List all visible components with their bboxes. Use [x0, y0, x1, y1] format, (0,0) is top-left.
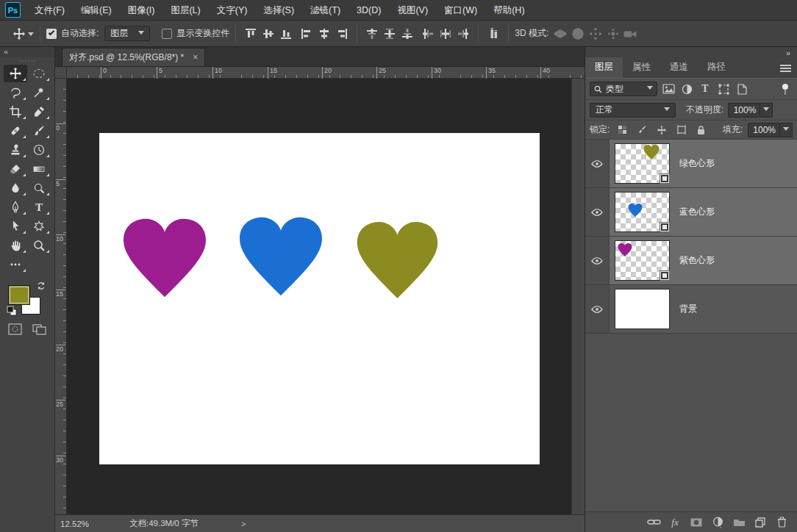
layer-row-background[interactable]: 背景	[585, 285, 797, 334]
ruler-origin-corner[interactable]	[55, 67, 67, 79]
vertical-ruler[interactable]: 0 5 10 15 20 25 30	[55, 79, 67, 514]
blue-heart[interactable]	[240, 215, 322, 298]
layer-style-fx-icon[interactable]: fx	[668, 515, 682, 530]
menu-3d[interactable]: 3D(D)	[349, 0, 389, 21]
distribute-right-edges-icon[interactable]	[454, 25, 472, 43]
filter-shape-layers-icon[interactable]	[716, 82, 731, 96]
default-colors-icon[interactable]	[7, 306, 17, 316]
show-transform-checkbox[interactable]	[162, 29, 172, 39]
close-tab-icon[interactable]: ×	[193, 52, 198, 62]
tools-grip[interactable]	[0, 57, 54, 65]
distribute-vertical-centers-icon[interactable]	[381, 25, 398, 43]
zoom-level-field[interactable]: 12.52%	[60, 520, 113, 528]
auto-select-checkbox[interactable]	[46, 29, 57, 39]
auto-align-layers-icon[interactable]	[485, 25, 502, 43]
menu-edit[interactable]: 编辑(E)	[73, 0, 120, 21]
filter-toggle-icon[interactable]	[778, 82, 793, 96]
document-tab[interactable]: 对齐.psd @ 12.5%(RGB/8*) * ×	[62, 48, 205, 66]
history-brush-tool[interactable]	[27, 141, 51, 159]
collapse-tools-button[interactable]: «	[0, 47, 54, 57]
path-selection-tool[interactable]	[4, 218, 27, 235]
quick-selection-tool[interactable]	[27, 84, 51, 101]
layer-name[interactable]: 绿色心形	[679, 157, 715, 170]
layer-thumbnail[interactable]	[615, 289, 670, 329]
menu-filter[interactable]: 滤镜(T)	[302, 0, 349, 21]
layer-row-green-heart[interactable]: 绿色心形	[585, 140, 797, 188]
layer-row-blue-heart[interactable]: 蓝色心形	[585, 188, 797, 237]
align-top-edges-icon[interactable]	[242, 25, 260, 43]
dodge-tool[interactable]	[27, 179, 51, 197]
visibility-eye-icon[interactable]	[585, 285, 610, 333]
brush-tool[interactable]	[27, 122, 51, 140]
new-group-icon[interactable]	[732, 515, 746, 530]
status-options-chevron[interactable]: >	[241, 520, 246, 528]
lock-artboard-icon[interactable]	[674, 123, 689, 137]
purple-heart[interactable]	[124, 218, 206, 298]
hand-tool[interactable]	[4, 237, 27, 254]
filter-smart-objects-icon[interactable]	[735, 82, 749, 96]
lock-position-icon[interactable]	[654, 123, 669, 137]
align-horizontal-centers-icon[interactable]	[315, 25, 333, 43]
quick-mask-icon[interactable]	[8, 323, 22, 335]
tab-paths[interactable]: 路径	[698, 57, 735, 78]
green-heart[interactable]	[356, 222, 439, 298]
auto-select-target-dropdown[interactable]: 图层	[104, 26, 150, 41]
distribute-top-edges-icon[interactable]	[363, 25, 381, 43]
crop-tool[interactable]	[4, 103, 27, 121]
eyedropper-tool[interactable]	[27, 103, 51, 121]
zoom-tool[interactable]	[27, 237, 51, 254]
opacity-value[interactable]: 100%	[728, 103, 760, 118]
edit-toolbar-ellipsis[interactable]	[4, 256, 27, 273]
lock-transparent-pixels-icon[interactable]	[615, 123, 629, 137]
blend-mode-dropdown[interactable]: 正常	[590, 103, 676, 118]
menu-select[interactable]: 选择(S)	[255, 0, 302, 21]
menu-layer[interactable]: 图层(L)	[162, 0, 208, 21]
align-bottom-edges-icon[interactable]	[277, 25, 295, 43]
type-tool[interactable]: T	[27, 198, 51, 216]
tab-properties[interactable]: 属性	[623, 57, 660, 78]
horizontal-ruler[interactable]: 0 5 10 15 20 25 30 35 40	[67, 67, 585, 79]
menu-window[interactable]: 窗口(W)	[436, 0, 485, 21]
collapse-panels-button[interactable]: »	[786, 48, 790, 57]
blur-tool[interactable]	[4, 179, 27, 197]
visibility-eye-icon[interactable]	[585, 188, 610, 236]
menu-file[interactable]: 文件(F)	[26, 0, 73, 21]
filter-type-layers-icon[interactable]: T	[698, 82, 712, 96]
visibility-eye-icon[interactable]	[585, 140, 610, 187]
layer-thumbnail[interactable]	[615, 192, 670, 232]
fill-chevron[interactable]	[780, 123, 793, 137]
pen-tool[interactable]	[4, 198, 27, 216]
menu-view[interactable]: 视图(V)	[389, 0, 436, 21]
healing-brush-tool[interactable]	[4, 122, 27, 140]
layer-name[interactable]: 背景	[679, 303, 697, 315]
distribute-horizontal-centers-icon[interactable]	[437, 25, 454, 43]
filter-adjustment-layers-icon[interactable]	[679, 82, 694, 96]
tool-preset-chevron[interactable]	[28, 32, 34, 39]
filter-type-dropdown[interactable]: 类型	[590, 82, 657, 96]
screen-mode-icon[interactable]	[32, 323, 46, 335]
visibility-eye-icon[interactable]	[585, 237, 610, 284]
eraser-tool[interactable]	[4, 160, 27, 178]
lock-all-icon[interactable]	[694, 123, 709, 137]
canvas[interactable]	[99, 133, 540, 464]
layer-name[interactable]: 蓝色心形	[679, 206, 715, 218]
new-layer-icon[interactable]	[753, 515, 768, 530]
menu-type[interactable]: 文字(Y)	[209, 0, 256, 21]
tab-layers[interactable]: 图层	[585, 57, 623, 78]
marquee-tool[interactable]	[27, 65, 51, 82]
swap-colors-icon[interactable]	[36, 281, 46, 291]
clone-stamp-tool[interactable]	[4, 141, 27, 159]
delete-layer-icon[interactable]	[774, 515, 789, 530]
layer-list-empty-area[interactable]	[585, 334, 797, 511]
tab-channels[interactable]: 通道	[660, 57, 698, 78]
layer-thumbnail[interactable]	[615, 240, 670, 281]
filter-pixel-layers-icon[interactable]	[661, 82, 676, 96]
panel-menu-icon[interactable]	[780, 65, 791, 72]
lasso-tool[interactable]	[4, 84, 27, 101]
align-left-edges-icon[interactable]	[298, 25, 315, 43]
fill-value[interactable]: 100%	[748, 123, 780, 137]
distribute-bottom-edges-icon[interactable]	[398, 25, 416, 43]
layer-thumbnail[interactable]	[615, 143, 670, 184]
menu-image[interactable]: 图像(I)	[120, 0, 163, 21]
distribute-left-edges-icon[interactable]	[419, 25, 437, 43]
